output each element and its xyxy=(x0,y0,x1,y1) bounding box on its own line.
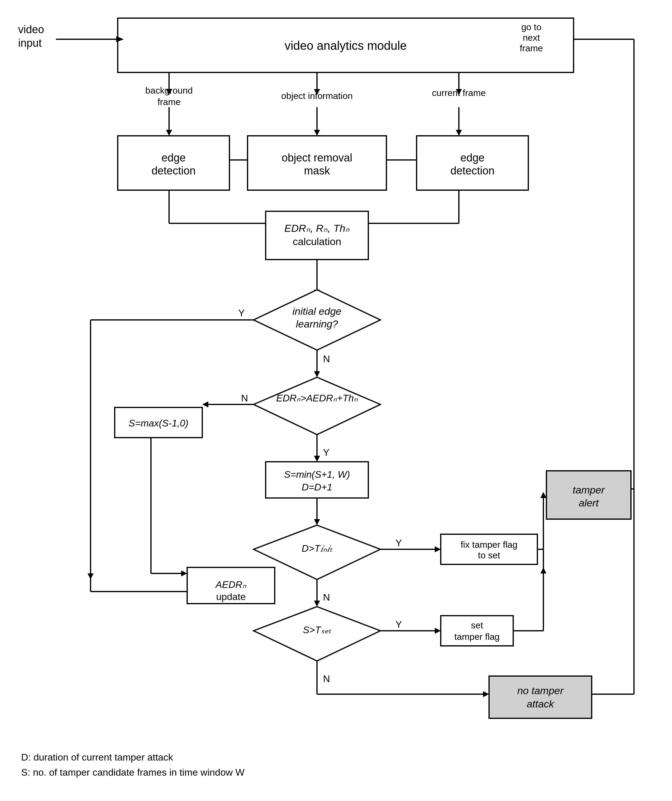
svg-marker-39 xyxy=(314,519,320,525)
svg-marker-13 xyxy=(456,130,462,136)
svg-marker-51 xyxy=(540,492,546,498)
svg-text:fix tamper flag: fix tamper flag xyxy=(461,540,517,550)
svg-text:N: N xyxy=(323,673,330,684)
svg-text:to set: to set xyxy=(478,550,500,560)
svg-text:S=min(S+1, W): S=min(S+1, W) xyxy=(284,469,350,480)
svg-text:N: N xyxy=(323,354,330,364)
svg-marker-37 xyxy=(181,570,187,576)
svg-marker-45 xyxy=(435,628,441,634)
svg-text:update: update xyxy=(216,591,246,602)
svg-text:AEDRₙ: AEDRₙ xyxy=(215,579,247,590)
svg-text:mask: mask xyxy=(304,164,330,177)
svg-text:N: N xyxy=(241,392,248,404)
svg-text:edge: edge xyxy=(460,151,485,164)
svg-marker-30 xyxy=(314,371,320,377)
svg-marker-11 xyxy=(314,130,320,136)
svg-text:initial edge: initial edge xyxy=(293,306,342,317)
svg-text:tamper flag: tamper flag xyxy=(454,632,500,642)
svg-text:frame: frame xyxy=(158,97,181,107)
video-analytics-label: video analytics module xyxy=(285,39,407,52)
svg-text:EDRₙ, Rₙ, Thₙ: EDRₙ, Rₙ, Thₙ xyxy=(284,222,350,234)
svg-marker-34 xyxy=(314,456,320,462)
svg-marker-48 xyxy=(483,691,489,697)
svg-marker-9 xyxy=(166,130,172,136)
svg-text:S>Tₛₑₜ: S>Tₛₑₜ xyxy=(303,624,332,635)
svg-text:background: background xyxy=(145,85,193,95)
svg-text:alert: alert xyxy=(579,497,599,508)
svg-text:D: duration of current tamper : D: duration of current tamper attack xyxy=(21,752,173,763)
svg-marker-43 xyxy=(314,601,320,606)
svg-text:edge: edge xyxy=(161,151,186,164)
svg-text:object information: object information xyxy=(281,91,353,101)
svg-text:object removal: object removal xyxy=(282,151,352,164)
svg-text:detection: detection xyxy=(151,164,196,177)
svg-rect-97 xyxy=(266,462,368,498)
svg-text:next: next xyxy=(523,32,540,43)
svg-text:current frame: current frame xyxy=(432,88,486,98)
svg-text:tamper: tamper xyxy=(573,484,605,495)
svg-text:EDRₙ>AEDRₙ+Thₙ: EDRₙ>AEDRₙ+Thₙ xyxy=(276,392,358,404)
svg-text:Y: Y xyxy=(395,537,402,548)
svg-text:set: set xyxy=(471,620,483,630)
svg-text:attack: attack xyxy=(527,698,555,709)
svg-marker-32 xyxy=(202,401,208,407)
svg-text:calculation: calculation xyxy=(293,236,342,247)
svg-text:video: video xyxy=(18,23,44,35)
svg-text:Y: Y xyxy=(323,447,329,458)
svg-text:detection: detection xyxy=(450,164,495,177)
svg-text:learning?: learning? xyxy=(296,318,338,330)
svg-marker-41 xyxy=(435,546,441,552)
svg-text:S: no. of tamper candidate fra: S: no. of tamper candidate frames in tim… xyxy=(21,767,245,778)
svg-text:N: N xyxy=(323,592,330,603)
svg-marker-91 xyxy=(254,377,380,434)
svg-text:S=max(S-1,0): S=max(S-1,0) xyxy=(129,418,189,429)
svg-text:no tamper: no tamper xyxy=(517,685,564,696)
svg-text:input: input xyxy=(18,37,42,49)
svg-text:frame: frame xyxy=(520,43,543,53)
svg-text:Y: Y xyxy=(238,307,245,318)
svg-text:Y: Y xyxy=(395,619,402,630)
svg-text:D=D+1: D=D+1 xyxy=(301,482,332,492)
svg-rect-83 xyxy=(266,211,368,259)
svg-text:go to: go to xyxy=(521,22,541,32)
svg-text:D>T𝑖ₙ𝑖ₜ: D>T𝑖ₙ𝑖ₜ xyxy=(301,543,332,554)
svg-rect-120 xyxy=(489,676,592,718)
